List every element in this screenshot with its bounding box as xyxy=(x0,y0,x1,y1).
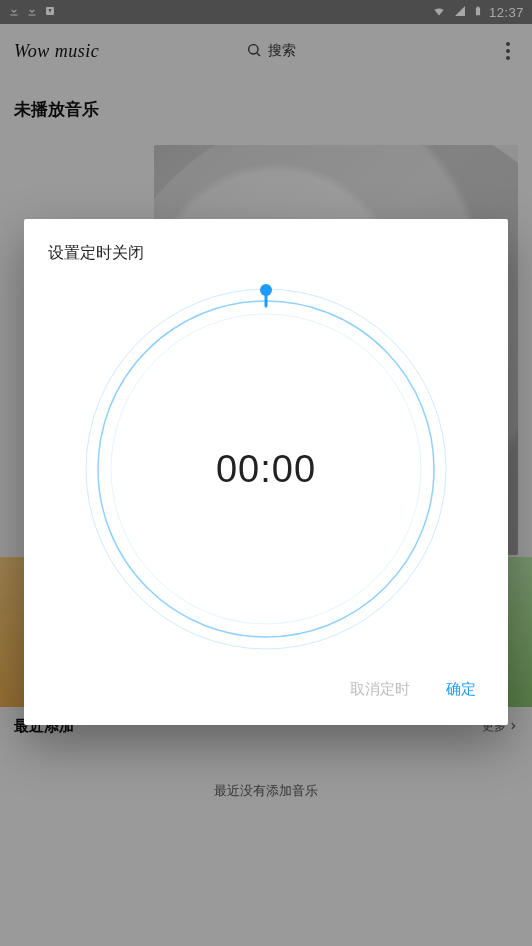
cancel-timer-button[interactable]: 取消定时 xyxy=(346,672,414,707)
dialog-actions: 取消定时 确定 xyxy=(48,664,484,713)
dial-container: 00:00 xyxy=(48,284,484,654)
timer-dial[interactable]: 00:00 xyxy=(81,284,451,654)
dialog-title: 设置定时关闭 xyxy=(48,243,484,264)
timer-value: 00:00 xyxy=(81,284,451,654)
sleep-timer-dialog: 设置定时关闭 00:00 取消定时 确定 xyxy=(24,219,508,725)
confirm-button[interactable]: 确定 xyxy=(442,672,480,707)
